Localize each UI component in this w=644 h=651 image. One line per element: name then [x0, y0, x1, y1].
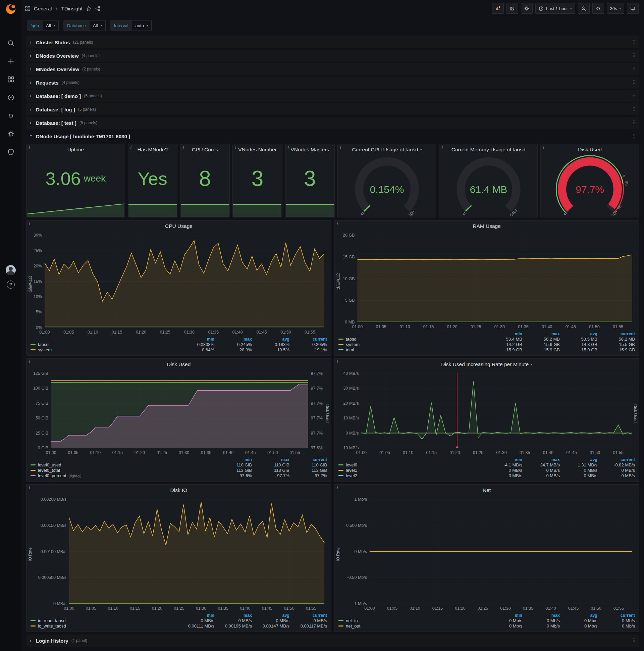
legend-series[interactable]: level0 — [339, 462, 485, 467]
legend-series[interactable]: level0_used — [31, 462, 214, 467]
security-shield-icon[interactable] — [3, 145, 18, 158]
panel-header[interactable]: iCurrent Memory Usage of taosd — [440, 144, 538, 155]
legend-col-header[interactable]: current — [598, 332, 635, 336]
legend-col-header[interactable]: min — [485, 457, 522, 462]
panel-info-icon[interactable]: i — [337, 221, 338, 226]
legend-col-header[interactable]: max — [214, 337, 252, 342]
grafana-logo[interactable] — [0, 0, 22, 18]
legend-col-header[interactable]: min — [177, 337, 214, 342]
variable-value-dropdown[interactable]: auto▾ — [132, 20, 152, 31]
panel-info-icon[interactable]: i — [29, 221, 30, 226]
panel-info-icon[interactable]: i — [29, 360, 30, 365]
panel-info-icon[interactable]: i — [340, 145, 341, 150]
row-chevron-icon[interactable]: › — [28, 134, 34, 138]
row-drag-handle[interactable]: ⠿ — [632, 93, 636, 99]
panel-header[interactable]: iDisk IO — [27, 485, 331, 496]
legend-col-header[interactable]: max — [522, 332, 560, 336]
legend-col-header[interactable]: max — [522, 613, 560, 618]
panel-header[interactable]: iCurrent CPU Usage of taosd▾ — [338, 144, 436, 155]
legend-series[interactable]: level0_total — [31, 468, 214, 473]
variable-value-dropdown[interactable]: All▾ — [90, 20, 106, 31]
legend-col-header[interactable]: avg — [252, 613, 289, 618]
dashboard-settings-button[interactable] — [521, 3, 533, 14]
legend-series[interactable]: system — [31, 347, 177, 352]
panel-info-icon[interactable]: i — [183, 145, 184, 150]
legend-col-header[interactable]: max — [252, 457, 289, 462]
panel-header[interactable]: iNet — [334, 485, 639, 496]
legend-col-header[interactable]: max — [522, 457, 560, 462]
create-plus-icon[interactable] — [3, 54, 18, 68]
panel-info-icon[interactable]: i — [29, 145, 30, 150]
explore-compass-icon[interactable] — [3, 91, 18, 104]
row-drag-handle[interactable]: ⠿ — [632, 638, 636, 644]
panel-info-icon[interactable]: i — [235, 145, 236, 150]
dashboard-row[interactable]: ›Database: [ demo ](5 panels)⠿ — [26, 90, 639, 102]
refresh-button[interactable] — [592, 3, 604, 14]
chart-canvas[interactable]: 01:0001:0501:1001:1501:2001:2501:3001:35… — [28, 496, 330, 612]
row-drag-handle[interactable]: ⠿ — [632, 133, 636, 139]
panel-info-icon[interactable]: i — [29, 486, 30, 490]
panel-header[interactable]: iVNodes Number — [233, 144, 282, 155]
chart-canvas[interactable]: 01:0001:0501:1001:1501:2001:2501:3001:35… — [336, 370, 638, 457]
alerting-bell-icon[interactable] — [3, 109, 18, 122]
legend-series[interactable]: level1 — [339, 468, 485, 473]
legend-col-header[interactable]: min — [177, 613, 214, 618]
legend-col-header[interactable]: avg — [252, 337, 289, 342]
legend-col-header[interactable]: current — [289, 457, 327, 462]
breadcrumb-section[interactable]: General — [34, 6, 52, 11]
configuration-gear-icon[interactable] — [3, 127, 18, 140]
legend-col-header[interactable]: current — [289, 613, 327, 618]
row-chevron-icon[interactable]: › — [30, 106, 33, 113]
row-drag-handle[interactable]: ⠿ — [632, 53, 636, 59]
row-chevron-icon[interactable]: › — [30, 93, 33, 99]
panel-info-icon[interactable]: i — [337, 486, 338, 490]
legend-series[interactable]: net_in — [339, 618, 485, 623]
legend-series[interactable]: io_read_taosd — [31, 618, 177, 623]
panel-header[interactable]: iDisk Used — [541, 144, 639, 155]
legend-series[interactable]: taosd — [339, 337, 485, 342]
search-icon[interactable] — [3, 36, 18, 50]
panel-header[interactable]: iCPU Cores — [181, 144, 229, 155]
dashboard-row[interactable]: ›Requests(4 panels)⠿ — [26, 76, 639, 89]
add-panel-button[interactable] — [492, 3, 504, 14]
legend-col-header[interactable]: current — [598, 457, 635, 462]
row-chevron-icon[interactable]: › — [30, 80, 33, 86]
share-icon[interactable] — [95, 6, 101, 11]
breadcrumb-page[interactable]: TDinsight — [61, 6, 83, 11]
legend-series[interactable]: taosd — [31, 342, 177, 347]
panel-info-icon[interactable]: i — [442, 145, 443, 150]
panel-header[interactable]: iDisk Used — [27, 359, 331, 370]
time-range-picker[interactable]: Last 1 hour ▾ — [535, 3, 575, 14]
dashboard-row[interactable]: ›Database: [ log ](5 panels)⠿ — [26, 103, 639, 116]
row-drag-handle[interactable]: ⠿ — [632, 80, 636, 86]
panel-header[interactable]: iCPU Usage — [27, 220, 331, 232]
dashboard-row[interactable]: ›MNodes Overview(2 panels)⠿ — [26, 63, 639, 75]
panel-header[interactable]: iRAM Usage — [334, 220, 639, 232]
save-dashboard-button[interactable] — [507, 3, 518, 14]
legend-col-header[interactable]: current — [289, 337, 327, 342]
row-drag-handle[interactable]: ⠿ — [632, 66, 636, 72]
row-drag-handle[interactable]: ⠿ — [632, 106, 636, 113]
help-icon[interactable]: ? — [7, 281, 15, 288]
legend-series[interactable]: net_out — [339, 623, 485, 628]
dashboard-row[interactable]: ›Cluster Status(21 panels)⠿ — [26, 36, 639, 48]
dashboards-icon[interactable] — [3, 72, 18, 86]
legend-col-header[interactable]: current — [598, 613, 635, 618]
panel-header[interactable]: iHas MNode? — [128, 144, 177, 155]
legend-col-header[interactable]: max — [214, 613, 252, 618]
legend-series[interactable]: io_write_taosd — [31, 623, 177, 628]
panel-info-icon[interactable]: i — [130, 145, 131, 150]
legend-col-header[interactable]: min — [485, 613, 522, 618]
chart-canvas[interactable]: 01:0001:0501:1001:1501:2001:2501:3001:35… — [336, 496, 638, 612]
chart-canvas[interactable]: 01:0001:0501:1001:1501:2001:2501:3001:35… — [336, 232, 638, 331]
legend-col-header[interactable]: min — [485, 332, 522, 336]
panel-info-icon[interactable]: i — [543, 145, 544, 150]
legend-series[interactable]: level0_percent(right-y) — [31, 473, 214, 478]
chart-canvas[interactable]: 01:0001:0501:1001:1501:2001:2501:3001:35… — [28, 232, 330, 336]
dashboard-row[interactable]: ›DNodes Overview(4 panels)⠿ — [26, 50, 639, 62]
panel-header[interactable]: iDisk Used Increasing Rate per Minute▾ — [334, 359, 639, 370]
variable-value-dropdown[interactable]: All▾ — [42, 20, 59, 31]
row-chevron-icon[interactable]: › — [30, 39, 33, 45]
legend-col-header[interactable]: min — [214, 457, 252, 462]
row-dnode-usage[interactable]: › DNode Usage [ huolinhe-TM1701:6030 ] ⠿ — [26, 130, 639, 142]
